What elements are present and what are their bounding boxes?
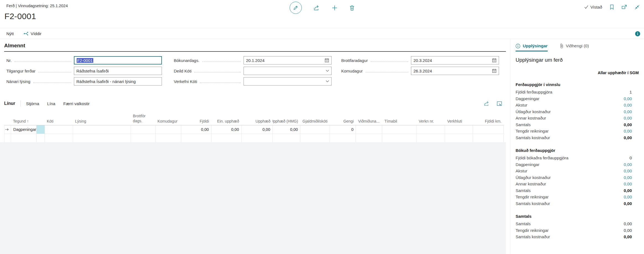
column-header-gjaldmidilskoti[interactable]: Gjaldmiðilskóti xyxy=(300,110,330,125)
description-label: Nánari lýsing xyxy=(6,79,30,84)
cell-upphaed-hmg[interactable]: 0,00 xyxy=(273,125,300,134)
lines-share-button[interactable] xyxy=(484,101,490,106)
cell-upphaed[interactable]: 0,00 xyxy=(242,125,273,134)
column-header-fjoldi[interactable]: Fjöldi xyxy=(181,110,211,125)
tab-vidhengi[interactable]: Viðhengi (0) xyxy=(560,43,589,51)
department-input[interactable] xyxy=(244,67,332,75)
description-input[interactable]: Ráðstefna Ísafirði - nánari lýsing xyxy=(74,77,162,85)
cell-gjaldmidilskoti[interactable] xyxy=(300,125,330,134)
tab-upplysingar[interactable]: Upplýsingar xyxy=(516,43,548,51)
general-heading[interactable]: Almennt xyxy=(4,43,506,52)
cell-koti[interactable] xyxy=(45,134,73,142)
cell-tegund[interactable]: Dagpeningar xyxy=(11,125,37,134)
fact-value-link[interactable]: 0,00 xyxy=(624,195,639,199)
cell-verkn-nr[interactable] xyxy=(417,134,445,142)
lines-heading[interactable]: Línur xyxy=(4,101,15,106)
open-in-new-window-button[interactable] xyxy=(622,5,627,9)
column-header-gengi[interactable]: Gengi xyxy=(330,110,356,125)
new-button[interactable] xyxy=(331,5,338,11)
cell-fjoldi[interactable] xyxy=(181,134,211,142)
cell-komudagur[interactable] xyxy=(156,134,181,142)
cell-komudagur[interactable] xyxy=(156,125,181,134)
cell-fjoldi[interactable]: 0,00 xyxy=(181,125,211,134)
toolbar-separator xyxy=(20,100,21,107)
calendar-icon[interactable] xyxy=(325,58,329,63)
lines-focus-mode-button[interactable] xyxy=(497,101,502,106)
column-header-timabil[interactable]: Tímabil xyxy=(382,110,417,125)
column-header-verkn-nr[interactable]: Verkn nr. xyxy=(417,110,445,125)
cell-gengi[interactable] xyxy=(330,134,356,142)
calendar-icon[interactable] xyxy=(492,69,496,73)
fact-value-link[interactable]: 0,00 xyxy=(624,116,639,120)
delete-button[interactable] xyxy=(349,5,355,11)
cell-upphaed-hmg[interactable] xyxy=(273,134,300,142)
grid-row-2[interactable] xyxy=(4,134,504,142)
calendar-icon[interactable] xyxy=(492,58,496,63)
project-input[interactable] xyxy=(244,77,332,85)
fact-value-link[interactable]: 0,00 xyxy=(624,175,639,180)
chevron-down-icon[interactable] xyxy=(326,70,329,72)
column-header-vidmiduna[interactable]: Viðmiðuna... xyxy=(356,110,382,125)
menu-dimensions[interactable]: Víddir xyxy=(23,31,42,36)
bookmark-button[interactable] xyxy=(610,4,614,10)
info-button[interactable] xyxy=(635,31,640,37)
fact-value-link[interactable]: 0,00 xyxy=(624,103,639,107)
cell-timabil[interactable] xyxy=(382,134,417,142)
cell-upphaed[interactable] xyxy=(242,134,273,142)
column-header-upphaed[interactable]: Upphæð xyxy=(241,110,273,125)
description-value: Ráðstefna Ísafirði - nánari lýsing xyxy=(76,79,136,84)
column-header-ein-upphaed[interactable]: Ein. upphæð xyxy=(211,110,241,125)
column-header-brottfor-dags[interactable]: Brottför dags. xyxy=(131,110,155,125)
cell-verkn-nr[interactable] xyxy=(417,125,445,134)
cell-lysing[interactable] xyxy=(73,125,131,134)
share-button[interactable] xyxy=(313,5,320,11)
edit-button[interactable] xyxy=(289,2,302,14)
lines-menu-line[interactable]: Lína xyxy=(47,101,55,106)
column-header-lysing[interactable]: Lýsing xyxy=(73,110,131,125)
lines-toolbar: Línur Stjórna Lína Færri valkostir xyxy=(4,97,504,110)
lines-menu-fewer-options[interactable]: Færri valkostir xyxy=(63,101,90,106)
posting-date-input[interactable]: 20.1.2024 xyxy=(244,56,332,64)
cell-koti[interactable] xyxy=(45,125,73,134)
collapse-button[interactable] xyxy=(635,5,640,10)
cell-gengi[interactable]: 0 xyxy=(330,125,356,134)
cell-ein-upphaed[interactable]: 0,00 xyxy=(211,125,242,134)
cell-gjaldmidilskoti[interactable] xyxy=(300,134,330,142)
fact-value-link[interactable]: 0,00 xyxy=(624,129,639,133)
cell-timabil[interactable] xyxy=(382,125,417,134)
cell-brottfor-dags[interactable] xyxy=(131,125,156,134)
cell-verkhluti[interactable] xyxy=(445,125,473,134)
lines-menu-manage[interactable]: Stjórna xyxy=(26,101,39,106)
fact-value-link[interactable]: 0,00 xyxy=(624,162,639,167)
cell-ein-upphaed[interactable] xyxy=(211,134,242,142)
cell-vidmiduna[interactable] xyxy=(356,134,382,142)
menu-new[interactable]: Nýtt xyxy=(6,31,14,36)
column-header-tegund[interactable]: Tegund ↑ xyxy=(11,110,36,125)
cell-fjoldi-km[interactable] xyxy=(473,125,504,134)
cell-indicator[interactable] xyxy=(37,125,45,134)
arrival-input[interactable]: 26.3.2024 xyxy=(411,67,499,75)
fact-value-link[interactable]: 0,00 xyxy=(624,96,639,101)
column-header-koti[interactable]: Kóti xyxy=(45,110,73,125)
column-header-komudagur[interactable]: Komudagur xyxy=(155,110,181,125)
nr-input[interactable]: F2-0001 xyxy=(74,56,162,64)
grid-row-1[interactable]: Dagpeningar 0,00 0,00 0,00 0,00 0 xyxy=(4,125,504,134)
cell-verkhluti[interactable] xyxy=(445,134,473,142)
cell-fjoldi-km[interactable] xyxy=(473,134,504,142)
fact-label: Annar kostnaður xyxy=(516,182,546,186)
cell-indicator[interactable] xyxy=(37,134,45,142)
chevron-down-icon[interactable] xyxy=(326,80,329,82)
cell-tegund[interactable] xyxy=(11,134,37,142)
fact-label: Samtals xyxy=(516,122,531,127)
purpose-input[interactable]: Ráðstefna Ísafirði xyxy=(74,67,162,75)
fact-value-link[interactable]: 0,00 xyxy=(624,182,639,186)
column-header-verkhluti[interactable]: Verkhluti xyxy=(445,110,473,125)
cell-vidmiduna[interactable] xyxy=(356,125,382,134)
column-header-upphaed-hmg[interactable]: Upphæð (HMG) xyxy=(273,110,300,125)
fact-value-link[interactable]: 0,00 xyxy=(624,169,639,173)
fact-value-link[interactable]: 0,00 xyxy=(624,109,639,114)
cell-brottfor-dags[interactable] xyxy=(131,134,156,142)
cell-lysing[interactable] xyxy=(73,134,131,142)
column-header-fjoldi-km[interactable]: Fjöldi km. xyxy=(473,110,504,125)
departure-input[interactable]: 20.3.2024 xyxy=(411,56,499,64)
